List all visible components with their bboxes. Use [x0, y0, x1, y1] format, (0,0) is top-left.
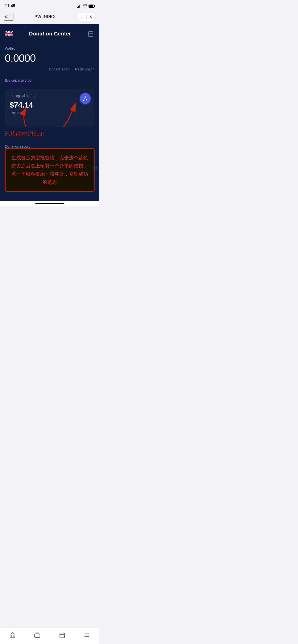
status-time: 11:45	[5, 4, 15, 8]
home-indicator-area	[0, 201, 99, 206]
flag-icon[interactable]: 🇬🇧	[5, 30, 13, 38]
wallet-actions: Donate again Redemption	[5, 67, 95, 75]
donate-again-button[interactable]: Donate again	[49, 67, 70, 71]
svg-line-9	[84, 97, 85, 100]
airdrop-label-cn: 已获得的空投eth	[5, 131, 44, 137]
main-content: 🇬🇧 Donation Center Wallet 0.0000 Donate …	[0, 24, 99, 201]
wallet-label: Wallet	[5, 46, 95, 50]
airdrop-card: Ecological airdrop $74.14 0.3000 ETH	[5, 89, 95, 128]
airdrop-card-container: Ecological airdrop $74.14 0.3000 ETH	[0, 86, 99, 130]
tab-ecological-airdrop[interactable]: Ecological airdrop	[5, 75, 32, 86]
home-indicator	[35, 203, 64, 204]
instruction-text: 生成自己的空投链接，点击这个蓝色 进去之后右上角有一个分享的按钮，点一下就会提示…	[9, 154, 90, 186]
nav-title: PW INDEX	[35, 14, 56, 19]
signal-icon	[77, 4, 81, 8]
tab-section: Ecological airdrop	[0, 75, 99, 86]
airdrop-label-cn-container: 已获得的空投eth	[0, 130, 99, 140]
nav-bar: < PW INDEX ... ✕	[0, 10, 99, 24]
svg-rect-0	[88, 32, 93, 36]
wallet-section: Wallet 0.0000 Donate again Redemption	[0, 42, 99, 75]
donation-header: 🇬🇧 Donation Center	[0, 24, 99, 42]
nav-divider	[86, 14, 87, 19]
svg-marker-4	[5, 100, 21, 120]
svg-line-10	[85, 97, 87, 100]
page-title: Donation Center	[29, 31, 71, 37]
status-bar: 11:45	[0, 0, 99, 10]
record-label: Donation record	[5, 144, 95, 148]
nav-actions: ... ✕	[77, 13, 95, 21]
network-icon	[82, 96, 88, 101]
svg-point-6	[85, 96, 86, 97]
instruction-box: 生成自己的空投链接，点击这个蓝色 进去之后右上角有一个分享的按钮，点一下就会提示…	[5, 148, 95, 192]
calendar-icon[interactable]	[87, 30, 95, 38]
bg-logo-left	[5, 94, 26, 123]
battery-icon	[89, 4, 95, 8]
wallet-amount: 0.0000	[5, 52, 95, 64]
redemption-button[interactable]: Redemption	[75, 67, 95, 71]
airdrop-share-button[interactable]	[80, 93, 91, 104]
back-button[interactable]: <	[4, 13, 14, 20]
more-button[interactable]: ...	[80, 14, 84, 20]
close-button[interactable]: ✕	[89, 14, 93, 20]
wifi-icon	[83, 4, 87, 8]
status-icons	[77, 4, 95, 8]
